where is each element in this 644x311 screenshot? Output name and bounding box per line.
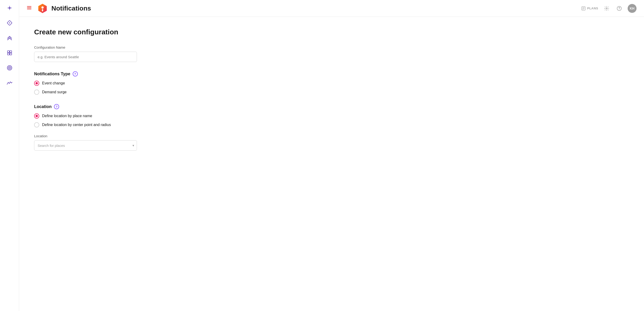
plans-icon [581,6,586,11]
location-help[interactable]: ? [54,104,59,109]
notifications-type-section: Notifications Type ? Event change Demand… [34,71,629,95]
radio-event-change-inner [36,82,38,84]
svg-point-13 [41,6,44,9]
grid-icon[interactable] [5,49,14,57]
sparkle-icon[interactable] [5,4,14,12]
notification-type-group: Event change Demand surge [34,81,629,95]
radio-event-change-outer [34,81,39,86]
location-select[interactable]: Search for places [34,140,137,151]
sidebar [0,0,19,311]
location-type-group: Define location by place name Define loc… [34,113,629,127]
radio-event-change[interactable]: Event change [34,81,629,86]
help-icon[interactable] [615,4,624,13]
location-field-label: Location [34,134,629,138]
diamond-icon[interactable] [5,19,14,27]
radio-event-change-label: Event change [42,81,65,85]
radio-demand-surge-label: Demand surge [42,90,66,94]
radio-demand-surge-outer [34,90,39,95]
svg-rect-4 [8,53,9,55]
radio-center-point-label: Define location by center point and radi… [42,123,111,127]
radio-place-name[interactable]: Define location by place name [34,113,629,119]
config-name-label: Configuration Name [34,45,629,49]
chevron-up-double-icon[interactable] [5,34,14,42]
config-name-section: Configuration Name [34,45,629,62]
svg-point-20 [619,9,620,10]
plans-label: PLANS [587,7,598,10]
radio-place-name-outer [34,113,39,119]
content-area: Create new configuration Configuration N… [19,17,644,311]
svg-rect-5 [10,53,12,55]
notifications-type-help[interactable]: ? [73,71,78,77]
svg-point-1 [9,23,10,23]
header-actions: PLANS KH [581,4,636,13]
svg-rect-2 [8,51,9,53]
location-heading: Location ? [34,104,629,109]
radio-place-name-label: Define location by place name [42,114,92,118]
svg-rect-3 [10,51,12,53]
config-name-input[interactable] [34,52,137,62]
page-title: Create new configuration [34,28,629,36]
settings-icon[interactable] [602,4,611,13]
radio-center-point[interactable]: Define location by center point and radi… [34,122,629,127]
svg-point-18 [606,8,607,9]
target-icon[interactable] [5,64,14,72]
header: Notifications PLANS [19,0,644,17]
main-area: Notifications PLANS [19,0,644,311]
plans-button[interactable]: PLANS [581,6,598,11]
menu-icon[interactable] [27,5,32,12]
app-logo [38,3,48,14]
activity-icon[interactable] [5,79,14,87]
location-heading-label: Location [34,104,52,109]
location-select-wrapper: Search for places ▾ [34,140,137,151]
page-header-title: Notifications [52,5,578,12]
notifications-type-heading: Notifications Type ? [34,71,629,77]
radio-center-point-outer [34,122,39,127]
notifications-type-label: Notifications Type [34,72,70,77]
svg-point-8 [9,67,10,68]
user-avatar[interactable]: KH [628,4,636,13]
radio-demand-surge[interactable]: Demand surge [34,90,629,95]
radio-place-name-inner [36,115,38,117]
location-section: Location ? Define location by place name… [34,104,629,151]
